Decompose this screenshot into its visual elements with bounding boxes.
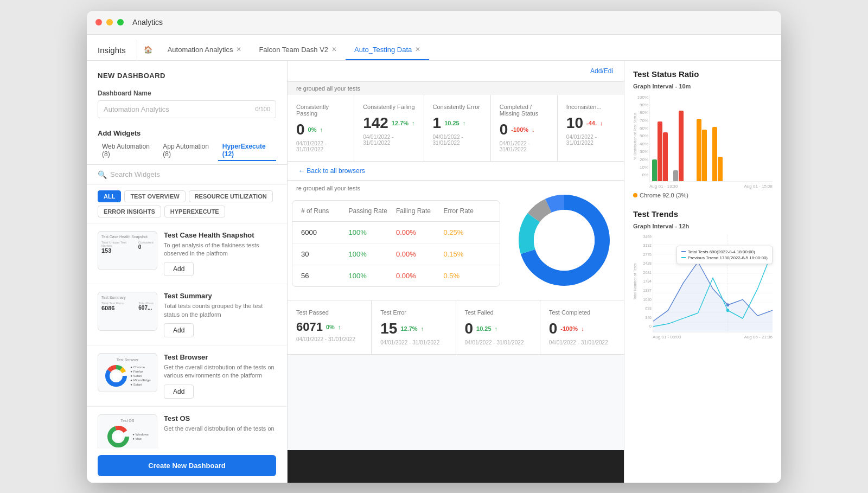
window-title: Analytics: [132, 18, 163, 27]
dashboard-name-input[interactable]: Automation Analytics 0/100: [98, 100, 276, 118]
widget-desc-3: Get the overall distrobution of the test…: [164, 363, 276, 380]
stat-label-inc: Inconsisten...: [566, 104, 615, 110]
tab-hyperexecute[interactable]: HyperExecute (12): [218, 140, 276, 161]
svg-point-25: [726, 309, 730, 312]
add-widget-test-summary[interactable]: Add: [164, 323, 194, 337]
cell-error-1: 0.25%: [444, 228, 492, 236]
browser-section: re grouped all your tests # of Runs Pass…: [288, 181, 624, 300]
svg-point-12: [534, 210, 595, 271]
wp-stat-value-2b: 607...: [138, 305, 154, 311]
stat-test-passed: Test Passed 6071 0% ↑ 04/01/2022 - 31/01…: [288, 300, 372, 354]
stat-inconsistent: Inconsisten... 10 -44. ↓ 04/01/2022 - 31…: [558, 95, 624, 161]
widget-info-test-os: Test OS Get the overall distrobution of …: [164, 414, 276, 437]
browser-table: # of Runs Passing Rate Failing Rate Erro…: [292, 200, 500, 287]
widget-desc-4: Get the overall distrobution of the test…: [164, 425, 276, 433]
stat-test-failed: Test Failed 0 10.25 ↑ 04/01/2022 - 31/01…: [456, 300, 540, 354]
browser-donut-chart: [515, 191, 613, 289]
filter-test-overview[interactable]: TEST OVERVIEW: [124, 190, 185, 202]
cell-passing-2: 100%: [349, 250, 397, 258]
cell-error-2: 0.15%: [444, 250, 492, 258]
cell-runs-2: 30: [301, 250, 349, 258]
add-edit-link[interactable]: Add/Edi: [590, 67, 613, 75]
cell-failing-1: 0.00%: [396, 228, 444, 236]
search-bar: 🔍 Search Widgets: [87, 165, 287, 185]
svg-point-4: [112, 372, 120, 380]
bar-group-2: [673, 111, 684, 181]
stats-row-2: Test Passed 6071 0% ↑ 04/01/2022 - 31/01…: [288, 300, 624, 355]
back-to-browsers[interactable]: ← Back to all browsers: [288, 162, 624, 181]
widget-preview-test-os: Test OS ● Windows● Mac: [98, 414, 157, 449]
tab-automation[interactable]: Automation Analytics ✕: [159, 40, 251, 60]
tab-insights[interactable]: Insights: [87, 40, 137, 60]
tab-auto-testing[interactable]: Auto_Testing Data ✕: [346, 40, 429, 60]
stat-value-tp: 6071 0% ↑: [296, 320, 362, 334]
bar-orange-4: [712, 127, 717, 181]
trends-title: Test Trends: [633, 209, 773, 219]
maximize-window-button[interactable]: [117, 19, 124, 25]
cell-passing-3: 100%: [349, 272, 397, 280]
wp-stat-value-1a: 153: [101, 247, 126, 254]
status-ratio-title: Test Status Ratio: [633, 69, 773, 79]
close-window-button[interactable]: [95, 19, 102, 25]
bar-red-1: [658, 121, 662, 181]
bottom-black-bar: [288, 450, 624, 483]
cell-passing-1: 100%: [349, 228, 397, 236]
dashboard-name-label: Dashboard Name: [98, 89, 276, 97]
widget-item-test-os: Test OS ● Windows● Mac: [87, 407, 287, 449]
bar-red-1b: [663, 132, 668, 181]
test-trends-section: Test Trends Graph Interval - 12h Total N…: [633, 209, 773, 340]
widget-info-health-snapshot: Test Case Health Snapshot To get analysi…: [164, 231, 276, 277]
tab-app-automation[interactable]: App Automation (8): [158, 140, 216, 161]
stat-label-ce: Consistently Error: [433, 104, 482, 110]
test-status-ratio-section: Test Status Ratio Graph Interval - 10m %…: [633, 69, 773, 199]
table-header-failing: Failing Rate: [396, 207, 444, 215]
bar-chart-wrapper: % Distribution of Test Status 100%90%80%…: [633, 95, 773, 189]
trends-interval: Graph Interval - 12h: [633, 223, 773, 229]
content-header: Add/Edi: [288, 61, 624, 82]
stat-test-error: Test Error 15 12.7% ↑ 04/01/2022 - 31/01…: [372, 300, 456, 354]
widget-name-4: Test OS: [164, 414, 276, 422]
add-widget-test-browser[interactable]: Add: [164, 385, 194, 399]
grouped-note-1: re grouped all your tests: [288, 82, 624, 95]
widget-name-1: Test Case Health Snapshot: [164, 231, 276, 239]
center-content: Add/Edi re grouped all your tests Consis…: [288, 61, 624, 483]
widget-info-test-browser: Test Browser Get the overall distrobutio…: [164, 353, 276, 399]
widget-item-health-snapshot: Test Case Health Snapshot Total Unique T…: [87, 223, 287, 285]
minimize-window-button[interactable]: [106, 19, 113, 25]
filter-hyperexecute[interactable]: HYPEREXECUTE: [164, 206, 225, 217]
tab-close-falcon[interactable]: ✕: [331, 46, 337, 53]
bar-group-4: [712, 127, 723, 181]
line-chart-svg-area: Total Tests 690(2022-8-4 18:00:00) Previ…: [653, 235, 773, 332]
tab-falcon[interactable]: Falcon Team Dash V2 ✕: [250, 40, 346, 60]
main-body: NEW DASHBOARD Dashboard Name Automation …: [87, 61, 781, 483]
widget-type-tabs: Web Automation (8) App Automation (8) Hy…: [87, 140, 287, 165]
status-ratio-legend: Chrome 92.0 (3%): [633, 192, 773, 199]
filter-tags: ALL TEST OVERVIEW RESOURCE UTILIZATION E…: [87, 185, 287, 223]
wp-stat-value-1b: 0: [138, 244, 154, 250]
bar-orange-3: [697, 119, 701, 181]
grouped-note-2: re grouped all your tests: [288, 181, 505, 196]
tab-home[interactable]: 🏠: [137, 40, 159, 60]
stat-value-cf: 142 12.7% ↑: [363, 114, 414, 132]
x-axis-labels-line: Aug 01 - 00:00 Aug 06 - 21:36: [653, 335, 773, 340]
search-icon: 🔍: [98, 170, 107, 179]
right-panel: Test Status Ratio Graph Interval - 10m %…: [624, 61, 781, 483]
stat-label-tp: Test Passed: [296, 309, 362, 316]
stat-label-te: Test Error: [380, 309, 446, 316]
add-widget-health-snapshot[interactable]: Add: [164, 262, 194, 276]
widget-desc-2: Total tests counts grouped by the test s…: [164, 302, 276, 319]
filter-all[interactable]: ALL: [98, 190, 121, 202]
svg-marker-22: [653, 261, 773, 331]
stat-value-tf: 0 10.25 ↑: [465, 320, 531, 337]
filter-resource-utilization[interactable]: RESOURCE UTILIZATION: [189, 190, 273, 202]
tab-close-auto-testing[interactable]: ✕: [415, 46, 420, 53]
bar-gray-2: [673, 170, 678, 181]
tab-web-automation[interactable]: Web Automation (8): [98, 140, 156, 161]
stat-label-cp: Consistently Passing: [296, 104, 345, 117]
bar-group-3: [697, 119, 707, 181]
tab-close-automation[interactable]: ✕: [236, 46, 241, 53]
filter-error-insights[interactable]: ERROR INSIGHTS: [98, 206, 161, 217]
wp-stat-label-1a: Total Unique Test: [101, 241, 126, 244]
widget-item-test-browser: Test Browser ● Chrome● Firefox● Safari● …: [87, 345, 287, 407]
create-dashboard-button[interactable]: Create New Dashboard: [98, 455, 276, 476]
